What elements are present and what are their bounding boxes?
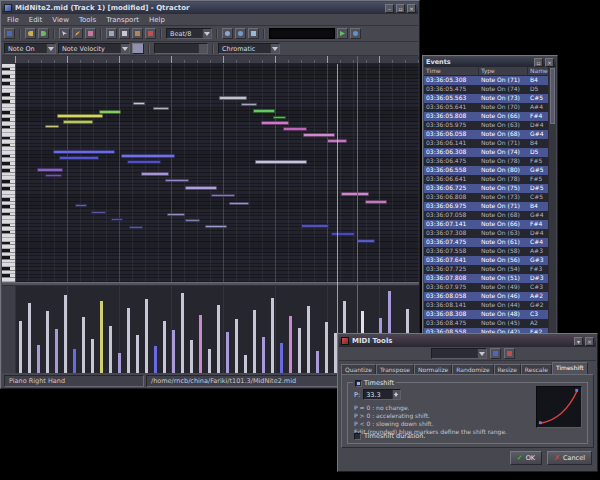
menu-transport[interactable]: Transport [101,15,144,25]
event-color-swatch[interactable] [132,43,144,54]
select-mode-icon[interactable] [59,28,70,39]
piano-roll[interactable] [15,64,419,282]
midi-note[interactable] [253,109,275,113]
velocity-bar[interactable] [127,308,130,373]
event-row[interactable]: 03:36:05.808Note On (66)F#4 [424,112,550,121]
velocity-bar[interactable] [226,332,229,373]
cancel-button[interactable]: ✗ Cancel [547,451,592,465]
chevron-down-icon[interactable] [270,44,279,53]
velocity-bar[interactable] [316,351,319,373]
piano-keyboard[interactable] [2,64,15,282]
duration-checkbox[interactable] [354,433,361,440]
timeshift-checkbox[interactable] [355,380,362,387]
velocity-bar[interactable] [325,322,328,373]
velocity-bar[interactable] [154,346,157,373]
velocity-bar[interactable] [199,315,202,373]
midi-note[interactable] [341,192,369,196]
velocity-bar[interactable] [145,299,148,373]
tab-quantize[interactable]: Quantize [341,364,376,374]
event-row[interactable]: 03:36:05.308Note On (71)B4 [424,76,550,85]
event-row[interactable]: 03:36:06.308Note On (74)D5 [424,148,550,157]
copy-icon[interactable] [119,28,130,39]
event-value-spinner[interactable] [154,43,208,54]
velocity-bar[interactable] [109,326,112,373]
chevron-down-icon[interactable] [46,44,55,53]
piano-key[interactable] [2,278,15,282]
event-row[interactable]: 03:36:07.975Note On (49)C#3 [424,283,550,292]
velocity-bar[interactable] [298,328,301,373]
preset-delete-icon[interactable] [504,348,515,359]
zoom-out-icon[interactable] [235,28,246,39]
events-float-button[interactable]: ▫ [534,58,543,67]
loop-icon[interactable] [350,28,361,39]
ok-button[interactable]: ✓ OK [510,451,542,465]
event-row[interactable]: 03:36:06.725Note On (75)D#5 [424,184,550,193]
midi-note[interactable] [141,172,169,176]
velocity-bar[interactable] [235,319,238,373]
chevron-down-icon[interactable] [477,349,486,358]
midi-note[interactable] [129,226,143,229]
menu-help[interactable]: Help [144,15,170,25]
event-param-combo[interactable]: Note Velocity [58,43,130,54]
midi-note[interactable] [303,133,335,137]
midi-note[interactable] [261,121,289,125]
velocity-bar[interactable] [55,329,58,373]
play-icon[interactable] [337,28,348,39]
velocity-bar[interactable] [37,345,40,373]
midi-note[interactable] [127,160,161,164]
minimize-button[interactable]: – [385,4,394,13]
dialog-close-button[interactable]: × [585,337,594,346]
midi-note[interactable] [63,120,93,124]
tab-normalize[interactable]: Normalize [414,364,452,374]
event-row[interactable]: 03:36:06.141Note On (71)B4 [424,139,550,148]
event-row[interactable]: 03:36:06.641Note On (78)F#5 [424,175,550,184]
event-row[interactable]: 03:36:06.475Note On (78)F#5 [424,157,550,166]
event-row[interactable]: 03:36:07.641Note On (56)G#3 [424,256,550,265]
velocity-bar[interactable] [190,340,193,373]
timeline-ruler[interactable] [15,56,419,64]
midi-note[interactable] [241,103,257,106]
event-row[interactable]: 03:36:07.808Note On (51)D#3 [424,274,550,283]
preset-combo[interactable] [431,348,487,359]
tab-timeshift[interactable]: Timeshift [552,362,588,374]
velocity-bar[interactable] [28,303,31,373]
midi-note[interactable] [229,202,249,205]
velocity-bar[interactable] [73,349,76,373]
menu-view[interactable]: View [47,15,74,25]
redo-icon[interactable] [38,28,49,39]
events-titlebar[interactable]: Events ▫ × [424,57,556,67]
velocity-bar[interactable] [262,337,265,373]
midi-note[interactable] [211,194,235,197]
tab-randomize[interactable]: Randomize [452,364,493,374]
snap-combo[interactable]: Beat/8 [166,28,212,39]
velocity-bar[interactable] [172,330,175,373]
events-scrollbar-thumb[interactable] [550,68,555,124]
tab-transpose[interactable]: Transpose [376,364,414,374]
paste-icon[interactable] [132,28,143,39]
titlebar[interactable]: MidNite2.mid (Track 1) [modified] - Qtra… [2,2,418,14]
events-column-name[interactable]: Name [528,67,550,75]
velocity-bar[interactable] [82,317,85,373]
erase-tool-icon[interactable] [85,28,96,39]
velocity-bar[interactable] [307,306,310,373]
midi-note[interactable] [99,110,121,114]
velocity-bar[interactable] [271,298,274,373]
maximize-button[interactable]: ▫ [396,4,405,13]
preset-save-icon[interactable] [490,348,501,359]
menu-file[interactable]: File [2,15,24,25]
velocity-bar[interactable] [280,343,283,373]
zoom-in-icon[interactable] [222,28,233,39]
midi-note[interactable] [133,102,145,105]
zoom-reset-icon[interactable] [248,28,259,39]
event-row[interactable]: 03:36:08.058Note On (46)A#2 [424,292,550,301]
midi-note[interactable] [219,96,247,100]
velocity-bar[interactable] [118,353,121,373]
p-spinbox[interactable]: 33.3 [363,389,401,400]
event-row[interactable]: 03:36:08.141Note On (44)G#2 [424,301,550,310]
scale-combo[interactable]: Chromatic [218,43,280,54]
midi-note[interactable] [111,218,123,221]
velocity-bar[interactable] [91,339,94,373]
velocity-bar[interactable] [100,301,103,373]
chevron-down-icon[interactable] [202,29,211,38]
event-row[interactable]: 03:36:06.558Note On (80)G#5 [424,166,550,175]
